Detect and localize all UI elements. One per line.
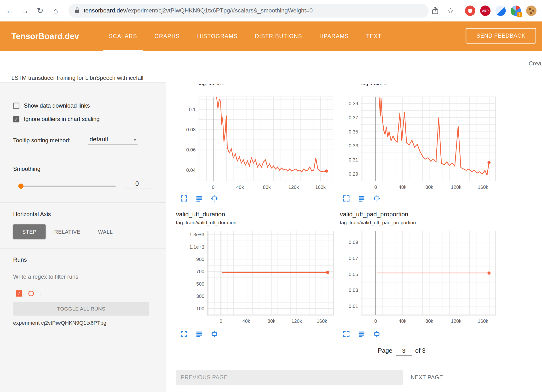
tab-hparams[interactable]: HPARAMS bbox=[311, 21, 357, 51]
fit-domain-icon[interactable] bbox=[373, 195, 380, 202]
runs-filter-input[interactable] bbox=[13, 272, 151, 283]
smoothing-slider-thumb[interactable] bbox=[18, 184, 23, 189]
home-icon[interactable]: ⌂ bbox=[48, 0, 63, 21]
tab-graphs[interactable]: GRAPHS bbox=[146, 21, 188, 51]
browser-window: ← → ↻ ⌂ tensorboard.dev/experiment/cj2vt… bbox=[0, 0, 542, 392]
chart-plot[interactable]: 0.040.060.080.1040k80k120k160k bbox=[179, 96, 334, 193]
smoothing-value-input[interactable] bbox=[123, 179, 151, 189]
smoothing-slider[interactable] bbox=[19, 186, 116, 187]
next-page-button[interactable]: NEXT PAGE bbox=[411, 370, 443, 385]
chart-plot[interactable]: 1003005007009001.1e+31.3e+3040k80k120k16… bbox=[187, 230, 335, 327]
lock-icon bbox=[75, 7, 80, 15]
svg-text:0.01: 0.01 bbox=[349, 304, 358, 309]
expand-card-icon[interactable] bbox=[180, 330, 187, 337]
svg-text:0.09: 0.09 bbox=[349, 240, 358, 245]
data-lines-icon[interactable] bbox=[195, 195, 202, 202]
expand-card-icon[interactable] bbox=[343, 330, 350, 337]
svg-text:500: 500 bbox=[196, 281, 204, 287]
divider bbox=[0, 248, 166, 249]
page-number-input[interactable] bbox=[396, 347, 412, 356]
charts-area: tag: train/… tag: train/… 0.040.060.080.… bbox=[166, 82, 542, 392]
svg-text:120k: 120k bbox=[288, 184, 299, 190]
chart-toolbar bbox=[343, 195, 380, 202]
svg-text:100: 100 bbox=[196, 306, 204, 311]
expand-card-icon[interactable] bbox=[343, 195, 350, 202]
fit-domain-icon[interactable] bbox=[211, 330, 218, 337]
svg-text:0.35: 0.35 bbox=[349, 129, 358, 134]
experiment-name: experiment cj2vtPiwQHKN9Q1tx6PTpg bbox=[13, 320, 106, 326]
ignore-outliers-checkbox[interactable]: ✓ bbox=[13, 116, 19, 122]
content-area: Show data download links ✓ Ignore outlie… bbox=[0, 82, 542, 392]
run-color-swatch[interactable] bbox=[28, 291, 34, 296]
tab-distributions[interactable]: DISTRIBUTIONS bbox=[246, 21, 311, 51]
forward-icon[interactable]: → bbox=[17, 0, 32, 21]
abp-extension-icon[interactable]: ABP bbox=[480, 6, 490, 16]
send-feedback-button[interactable]: SEND FEEDBACK bbox=[466, 28, 536, 44]
svg-text:160k: 160k bbox=[478, 184, 489, 190]
svg-text:160k: 160k bbox=[478, 318, 489, 324]
adblocker-extension-icon[interactable] bbox=[465, 6, 475, 16]
profile-avatar[interactable]: 1 bbox=[511, 6, 521, 16]
fit-domain-icon[interactable] bbox=[373, 330, 380, 337]
svg-text:0.1: 0.1 bbox=[189, 107, 196, 112]
chart-plot[interactable]: 0.010.030.050.070.09040k80k120k160k bbox=[341, 230, 497, 327]
tab-scalars[interactable]: SCALARS bbox=[100, 21, 146, 51]
chart-title-block: valid_utt_pad_proportion tag: train/vali… bbox=[340, 211, 416, 225]
chart-toolbar bbox=[343, 330, 380, 337]
fit-domain-icon[interactable] bbox=[211, 195, 218, 202]
chart-tag: tag: train/valid_utt_duration bbox=[176, 220, 236, 225]
expand-card-icon[interactable] bbox=[180, 195, 187, 202]
run-checkbox[interactable]: ✓ bbox=[16, 290, 22, 296]
data-lines-icon[interactable] bbox=[195, 330, 202, 337]
share-icon[interactable] bbox=[428, 0, 443, 21]
show-download-checkbox[interactable] bbox=[13, 103, 19, 109]
svg-text:0.03: 0.03 bbox=[349, 288, 358, 293]
tab-histograms[interactable]: HISTOGRAMS bbox=[189, 21, 246, 51]
previous-page-button[interactable]: PREVIOUS PAGE bbox=[176, 370, 403, 385]
data-lines-icon[interactable] bbox=[358, 195, 365, 202]
svg-text:0.08: 0.08 bbox=[186, 127, 196, 132]
tooltip-sorting-dropdown[interactable]: default ▾ bbox=[88, 135, 138, 145]
svg-text:120k: 120k bbox=[451, 318, 462, 324]
svg-text:0.07: 0.07 bbox=[349, 256, 358, 261]
chart-toolbar bbox=[180, 330, 218, 337]
horizontal-axis-label: Horizontal Axis bbox=[13, 211, 51, 217]
axis-relative-button[interactable]: RELATIVE bbox=[48, 224, 86, 239]
reload-icon[interactable]: ↻ bbox=[33, 0, 48, 21]
svg-text:40k: 40k bbox=[236, 184, 244, 190]
svg-text:0: 0 bbox=[374, 318, 377, 324]
svg-text:0: 0 bbox=[212, 184, 214, 190]
axis-wall-button[interactable]: WALL bbox=[91, 224, 120, 239]
svg-text:1.1e+3: 1.1e+3 bbox=[189, 244, 204, 250]
data-lines-icon[interactable] bbox=[358, 330, 365, 337]
svg-text:0.39: 0.39 bbox=[349, 101, 358, 106]
svg-text:80k: 80k bbox=[268, 318, 276, 324]
ignore-outliers-label: Ignore outliers in chart scaling bbox=[24, 116, 100, 122]
run-row: ✓ . bbox=[16, 290, 42, 296]
chart-plot[interactable]: 0.290.310.330.350.370.39040k80k120k160k bbox=[341, 96, 497, 193]
svg-text:160k: 160k bbox=[315, 184, 326, 190]
svg-text:40k: 40k bbox=[398, 184, 406, 190]
url-text: tensorboard.dev/experiment/cj2vtPiwQHKN9… bbox=[84, 7, 313, 14]
back-icon[interactable]: ← bbox=[2, 0, 17, 21]
bookmark-star-icon[interactable]: ☆ bbox=[443, 0, 458, 21]
experiment-description: LSTM transducer training for LibriSpeech… bbox=[12, 75, 143, 81]
address-bar[interactable]: tensorboard.dev/experiment/cj2vtPiwQHKN9… bbox=[69, 4, 429, 18]
chart-tag: tag: train/valid_utt_pad_proportion bbox=[340, 220, 416, 225]
tab-text[interactable]: TEXT bbox=[357, 21, 390, 51]
svg-text:120k: 120k bbox=[291, 318, 302, 324]
divider bbox=[0, 155, 166, 155]
toggle-all-runs-button[interactable]: TOGGLE ALL RUNS bbox=[13, 302, 149, 316]
created-text-clipped: Crea bbox=[529, 60, 541, 67]
chevron-down-icon: ▾ bbox=[134, 137, 136, 142]
svg-text:0.37: 0.37 bbox=[349, 115, 358, 120]
chart-title: valid_utt_pad_proportion bbox=[340, 211, 416, 218]
app-logo: TensorBoard.dev bbox=[12, 21, 79, 51]
axis-step-button[interactable]: STEP bbox=[13, 224, 46, 239]
blue-extension-icon[interactable] bbox=[495, 6, 506, 16]
runs-label: Runs bbox=[13, 256, 27, 263]
show-download-label: Show data download links bbox=[24, 102, 90, 109]
settings-sidebar: Show data download links ✓ Ignore outlie… bbox=[0, 82, 166, 392]
svg-text:0.31: 0.31 bbox=[349, 157, 358, 162]
cookie-extension-icon[interactable] bbox=[526, 6, 536, 16]
